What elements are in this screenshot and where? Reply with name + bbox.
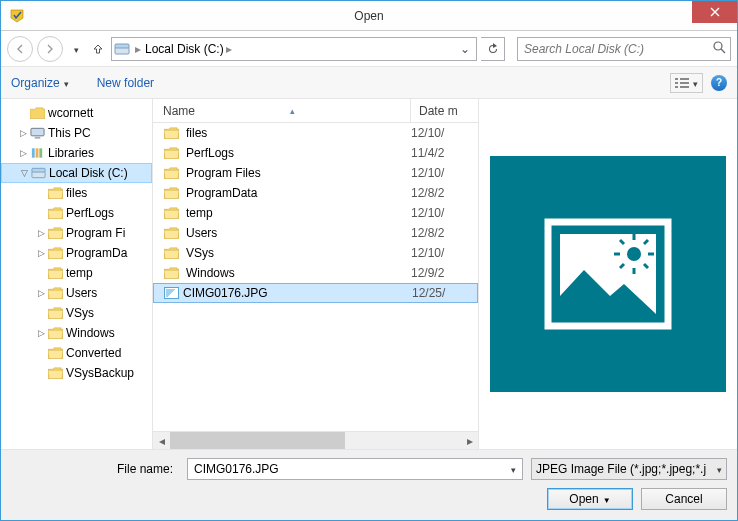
tree-item[interactable]: ▷Windows (1, 323, 152, 343)
app-icon (9, 8, 25, 24)
tree-item[interactable]: Converted (1, 343, 152, 363)
chevron-down-icon[interactable] (509, 462, 518, 476)
file-row[interactable]: PerfLogs11/4/2 (153, 143, 478, 163)
file-row[interactable]: files12/10/ (153, 123, 478, 143)
file-row[interactable]: VSys12/10/ (153, 243, 478, 263)
tree-item[interactable]: VSysBackup (1, 363, 152, 383)
svg-rect-10 (34, 137, 40, 139)
folder-icon (47, 206, 63, 220)
pc-icon (29, 126, 45, 140)
folder-icon (163, 226, 179, 240)
tree-item[interactable]: ▷Libraries (1, 143, 152, 163)
address-dropdown-icon[interactable]: ⌄ (456, 42, 474, 56)
column-name[interactable]: Name▴ (153, 99, 411, 122)
tree-item-label: This PC (48, 126, 91, 140)
folder-icon (47, 366, 63, 380)
scroll-right-icon[interactable]: ▸ (461, 432, 478, 449)
arrow-up-icon (92, 43, 104, 55)
file-name: VSys (186, 246, 214, 260)
file-date: 11/4/2 (411, 146, 444, 160)
tree-twisty-icon[interactable]: ▷ (35, 288, 47, 298)
tree-item-label: Users (66, 286, 97, 300)
scroll-left-icon[interactable]: ◂ (153, 432, 170, 449)
folder-icon (47, 266, 63, 280)
tree-item[interactable]: ▷Users (1, 283, 152, 303)
refresh-icon (487, 43, 499, 55)
close-icon (710, 7, 720, 17)
filename-combo[interactable] (187, 458, 523, 480)
file-row[interactable]: Windows12/9/2 (153, 263, 478, 283)
tree-item-label: PerfLogs (66, 206, 114, 220)
horizontal-scrollbar[interactable]: ◂ ▸ (153, 431, 478, 449)
file-row[interactable]: Program Files12/10/ (153, 163, 478, 183)
tree-item[interactable]: temp (1, 263, 152, 283)
file-list[interactable]: files12/10/PerfLogs11/4/2Program Files12… (153, 123, 478, 431)
tree-item[interactable]: ▷Program Fi (1, 223, 152, 243)
chevron-down-icon (717, 462, 722, 476)
image-file-icon (164, 287, 179, 299)
chevron-down-icon (693, 76, 698, 90)
tree-twisty-icon[interactable]: ▷ (35, 228, 47, 238)
filetype-combo[interactable]: JPEG Image File (*.jpg;*.jpeg;*.j (531, 458, 727, 480)
organize-menu[interactable]: Organize (11, 76, 69, 90)
column-date[interactable]: Date m (411, 104, 458, 118)
scroll-track[interactable] (170, 432, 461, 449)
svg-rect-13 (39, 148, 42, 157)
recent-locations-button[interactable] (67, 36, 85, 62)
tree-item[interactable]: ▷This PC (1, 123, 152, 143)
file-name: ProgramData (186, 186, 257, 200)
tree-item[interactable]: wcornett (1, 103, 152, 123)
refresh-button[interactable] (481, 37, 505, 61)
cancel-button[interactable]: Cancel (641, 488, 727, 510)
file-row[interactable]: Users12/8/2 (153, 223, 478, 243)
tree-twisty-icon[interactable]: ▽ (18, 168, 30, 178)
lib-icon (29, 146, 45, 160)
search-box[interactable] (517, 37, 731, 61)
file-date: 12/25/ (412, 286, 445, 300)
scroll-thumb[interactable] (170, 432, 345, 449)
tree-twisty-icon[interactable]: ▷ (35, 248, 47, 258)
file-row[interactable]: ProgramData12/8/2 (153, 183, 478, 203)
split-chevron-icon: ▼ (603, 496, 611, 505)
file-date: 12/9/2 (411, 266, 444, 280)
new-folder-button[interactable]: New folder (97, 76, 154, 90)
tree-item[interactable]: VSys (1, 303, 152, 323)
file-date: 12/10/ (411, 166, 444, 180)
window-title: Open (1, 9, 737, 23)
tree-item[interactable]: PerfLogs (1, 203, 152, 223)
tree-twisty-icon[interactable]: ▷ (35, 328, 47, 338)
navigation-tree[interactable]: wcornett▷This PC▷Libraries▽Local Disk (C… (1, 99, 153, 449)
chevron-down-icon (74, 42, 79, 56)
file-name: Windows (186, 266, 235, 280)
user-icon (29, 106, 45, 120)
folder-icon (163, 246, 179, 260)
close-button[interactable] (692, 1, 737, 23)
forward-button[interactable] (37, 36, 63, 62)
search-input[interactable] (522, 41, 713, 57)
help-button[interactable]: ? (711, 75, 727, 91)
open-button[interactable]: Open▼ (547, 488, 633, 510)
folder-icon (47, 306, 63, 320)
folder-icon (163, 146, 179, 160)
up-button[interactable] (89, 36, 107, 62)
svg-point-18 (627, 247, 641, 261)
back-button[interactable] (7, 36, 33, 62)
file-row[interactable]: CIMG0176.JPG12/25/ (153, 283, 478, 303)
svg-rect-11 (31, 148, 34, 157)
address-bar[interactable]: ▸ Local Disk (C:) ▸ ⌄ (111, 37, 477, 61)
view-options-button[interactable] (670, 73, 703, 93)
main-area: wcornett▷This PC▷Libraries▽Local Disk (C… (1, 99, 737, 449)
svg-rect-6 (680, 82, 689, 84)
file-date: 12/8/2 (411, 226, 444, 240)
tree-twisty-icon[interactable]: ▷ (17, 148, 29, 158)
breadcrumb-location: Local Disk (C:) (145, 42, 224, 56)
filename-input[interactable] (192, 461, 509, 477)
file-row[interactable]: temp12/10/ (153, 203, 478, 223)
arrow-left-icon (15, 44, 25, 54)
file-date: 12/8/2 (411, 186, 444, 200)
open-dialog: Open ▸ Local Disk (C:) ▸ ⌄ Organize New … (0, 0, 738, 521)
tree-item[interactable]: ▷ProgramDa (1, 243, 152, 263)
tree-item[interactable]: ▽Local Disk (C:) (1, 163, 152, 183)
tree-twisty-icon[interactable]: ▷ (17, 128, 29, 138)
tree-item[interactable]: files (1, 183, 152, 203)
